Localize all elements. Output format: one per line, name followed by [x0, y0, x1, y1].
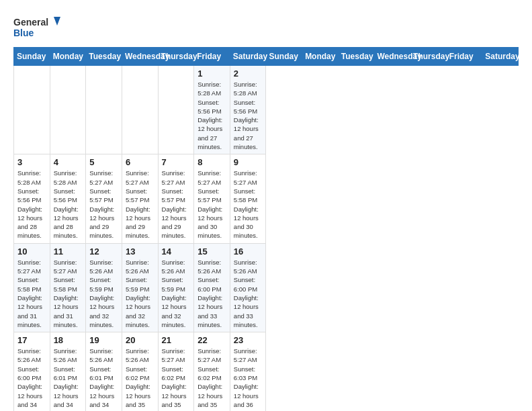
day-number: 16 [234, 246, 263, 257]
calendar-cell: 3Sunrise: 5:28 AM Sunset: 5:56 PM Daylig… [14, 154, 50, 243]
logo-svg: General Blue [13, 13, 60, 40]
calendar-week-row: 1Sunrise: 5:28 AM Sunset: 5:56 PM Daylig… [14, 66, 519, 154]
calendar-cell: 2Sunrise: 5:28 AM Sunset: 5:56 PM Daylig… [230, 66, 266, 154]
page-header: General Blue [13, 13, 519, 40]
day-info: Sunrise: 5:26 AM Sunset: 6:00 PM Dayligh… [234, 258, 263, 329]
day-info: Sunrise: 5:26 AM Sunset: 5:59 PM Dayligh… [126, 258, 154, 329]
calendar-cell [86, 66, 122, 154]
weekday-header-sunday: Sunday [14, 48, 50, 66]
day-number: 10 [17, 246, 46, 257]
calendar-cell: 19Sunrise: 5:26 AM Sunset: 6:01 PM Dayli… [86, 332, 122, 411]
weekday-header-wednesday: Wednesday [122, 48, 158, 66]
day-info: Sunrise: 5:26 AM Sunset: 5:59 PM Dayligh… [162, 258, 191, 329]
day-info: Sunrise: 5:26 AM Sunset: 6:01 PM Dayligh… [54, 347, 83, 411]
day-info: Sunrise: 5:27 AM Sunset: 5:58 PM Dayligh… [54, 258, 83, 329]
calendar-header-row: SundayMondayTuesdayWednesdayThursdayFrid… [14, 48, 519, 66]
weekday-header: Thursday [410, 48, 447, 66]
day-number: 3 [17, 157, 46, 167]
day-info: Sunrise: 5:28 AM Sunset: 5:56 PM Dayligh… [197, 80, 226, 151]
day-number: 5 [89, 157, 118, 167]
day-number: 7 [162, 157, 191, 167]
day-info: Sunrise: 5:27 AM Sunset: 5:57 PM Dayligh… [162, 169, 191, 240]
day-info: Sunrise: 5:26 AM Sunset: 6:00 PM Dayligh… [197, 258, 226, 329]
day-number: 1 [197, 68, 226, 79]
calendar-cell [158, 66, 194, 154]
day-number: 11 [54, 246, 83, 257]
day-number: 9 [234, 157, 263, 167]
day-number: 15 [197, 246, 226, 257]
weekday-header: Friday [446, 48, 482, 66]
day-number: 6 [126, 157, 154, 167]
weekday-header: Tuesday [338, 48, 374, 66]
day-info: Sunrise: 5:27 AM Sunset: 6:03 PM Dayligh… [234, 347, 263, 411]
day-info: Sunrise: 5:27 AM Sunset: 5:57 PM Dayligh… [126, 169, 154, 240]
day-number: 2 [234, 68, 263, 79]
calendar-cell: 6Sunrise: 5:27 AM Sunset: 5:57 PM Daylig… [122, 154, 158, 243]
calendar-cell: 13Sunrise: 5:26 AM Sunset: 5:59 PM Dayli… [122, 243, 158, 332]
svg-text:Blue: Blue [13, 28, 34, 38]
calendar-cell: 8Sunrise: 5:27 AM Sunset: 5:57 PM Daylig… [194, 154, 230, 243]
calendar-cell: 22Sunrise: 5:27 AM Sunset: 6:02 PM Dayli… [194, 332, 230, 411]
day-number: 19 [89, 335, 118, 345]
calendar-cell [50, 66, 86, 154]
day-info: Sunrise: 5:28 AM Sunset: 5:56 PM Dayligh… [17, 169, 46, 240]
day-number: 17 [17, 335, 46, 345]
day-number: 12 [89, 246, 118, 257]
calendar-table: SundayMondayTuesdayWednesdayThursdayFrid… [13, 47, 519, 411]
day-info: Sunrise: 5:27 AM Sunset: 6:02 PM Dayligh… [197, 347, 226, 411]
day-info: Sunrise: 5:27 AM Sunset: 5:57 PM Dayligh… [89, 169, 118, 240]
calendar-cell: 17Sunrise: 5:26 AM Sunset: 6:00 PM Dayli… [14, 332, 50, 411]
day-number: 14 [162, 246, 191, 257]
weekday-header: Monday [302, 48, 339, 66]
calendar-cell: 9Sunrise: 5:27 AM Sunset: 5:58 PM Daylig… [230, 154, 266, 243]
calendar-cell: 21Sunrise: 5:27 AM Sunset: 6:02 PM Dayli… [158, 332, 194, 411]
day-info: Sunrise: 5:26 AM Sunset: 5:59 PM Dayligh… [89, 258, 118, 329]
day-info: Sunrise: 5:26 AM Sunset: 6:02 PM Dayligh… [126, 347, 154, 411]
calendar-cell: 15Sunrise: 5:26 AM Sunset: 6:00 PM Dayli… [194, 243, 230, 332]
calendar-week-row: 17Sunrise: 5:26 AM Sunset: 6:00 PM Dayli… [14, 332, 519, 411]
day-number: 4 [54, 157, 83, 167]
calendar-cell: 7Sunrise: 5:27 AM Sunset: 5:57 PM Daylig… [158, 154, 194, 243]
calendar-cell: 4Sunrise: 5:28 AM Sunset: 5:56 PM Daylig… [50, 154, 86, 243]
day-info: Sunrise: 5:26 AM Sunset: 6:01 PM Dayligh… [89, 347, 118, 411]
svg-text:General: General [13, 17, 48, 28]
weekday-header-thursday: Thursday [158, 48, 194, 66]
calendar-cell: 23Sunrise: 5:27 AM Sunset: 6:03 PM Dayli… [230, 332, 266, 411]
calendar-cell: 14Sunrise: 5:26 AM Sunset: 5:59 PM Dayli… [158, 243, 194, 332]
day-number: 13 [126, 246, 154, 257]
weekday-header-monday: Monday [50, 48, 86, 66]
day-info: Sunrise: 5:27 AM Sunset: 5:58 PM Dayligh… [17, 258, 46, 329]
calendar-week-row: 10Sunrise: 5:27 AM Sunset: 5:58 PM Dayli… [14, 243, 519, 332]
calendar-cell [122, 66, 158, 154]
weekday-header: Sunday [266, 48, 302, 66]
logo: General Blue [13, 13, 60, 40]
weekday-header-tuesday: Tuesday [86, 48, 122, 66]
calendar-week-row: 3Sunrise: 5:28 AM Sunset: 5:56 PM Daylig… [14, 154, 519, 243]
day-number: 8 [197, 157, 226, 167]
calendar-cell: 10Sunrise: 5:27 AM Sunset: 5:58 PM Dayli… [14, 243, 50, 332]
calendar-cell: 1Sunrise: 5:28 AM Sunset: 5:56 PM Daylig… [194, 66, 230, 154]
calendar-cell: 20Sunrise: 5:26 AM Sunset: 6:02 PM Dayli… [122, 332, 158, 411]
calendar-cell [14, 66, 50, 154]
day-number: 22 [197, 335, 226, 345]
day-info: Sunrise: 5:28 AM Sunset: 5:56 PM Dayligh… [54, 169, 83, 240]
calendar-cell: 12Sunrise: 5:26 AM Sunset: 5:59 PM Dayli… [86, 243, 122, 332]
weekday-header-saturday: Saturday [230, 48, 266, 66]
calendar-cell: 5Sunrise: 5:27 AM Sunset: 5:57 PM Daylig… [86, 154, 122, 243]
weekday-header: Saturday [482, 48, 519, 66]
day-info: Sunrise: 5:27 AM Sunset: 5:58 PM Dayligh… [234, 169, 263, 240]
day-number: 18 [54, 335, 83, 345]
day-number: 20 [126, 335, 154, 345]
day-info: Sunrise: 5:27 AM Sunset: 5:57 PM Dayligh… [197, 169, 226, 240]
day-info: Sunrise: 5:26 AM Sunset: 6:00 PM Dayligh… [17, 347, 46, 411]
day-number: 23 [234, 335, 263, 345]
weekday-header: Wednesday [374, 48, 410, 66]
day-info: Sunrise: 5:28 AM Sunset: 5:56 PM Dayligh… [234, 80, 263, 151]
day-info: Sunrise: 5:27 AM Sunset: 6:02 PM Dayligh… [162, 347, 191, 411]
weekday-header-friday: Friday [194, 48, 230, 66]
svg-marker-2 [54, 17, 60, 26]
calendar-cell: 18Sunrise: 5:26 AM Sunset: 6:01 PM Dayli… [50, 332, 86, 411]
calendar-cell: 16Sunrise: 5:26 AM Sunset: 6:00 PM Dayli… [230, 243, 266, 332]
day-number: 21 [162, 335, 191, 345]
calendar-cell: 11Sunrise: 5:27 AM Sunset: 5:58 PM Dayli… [50, 243, 86, 332]
